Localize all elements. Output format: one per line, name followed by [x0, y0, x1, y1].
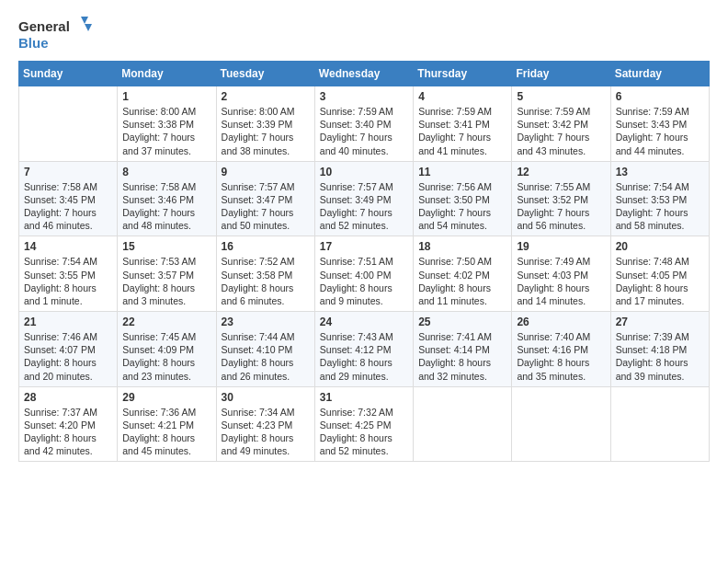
day-info: Sunrise: 7:40 AMSunset: 4:16 PMDaylight:…	[517, 330, 605, 383]
day-number: 20	[616, 240, 704, 253]
calendar-cell: 24Sunrise: 7:43 AMSunset: 4:12 PMDayligh…	[314, 312, 413, 387]
header: General Blue	[18, 15, 710, 53]
calendar-cell: 17Sunrise: 7:51 AMSunset: 4:00 PMDayligh…	[314, 236, 413, 312]
calendar-cell: 29Sunrise: 7:36 AMSunset: 4:21 PMDayligh…	[118, 386, 216, 462]
calendar-cell: 26Sunrise: 7:40 AMSunset: 4:16 PMDayligh…	[512, 312, 610, 387]
day-info: Sunrise: 7:44 AMSunset: 4:10 PMDaylight:…	[222, 330, 310, 383]
calendar-cell: 15Sunrise: 7:53 AMSunset: 3:57 PMDayligh…	[118, 236, 216, 312]
calendar-cell: 6Sunrise: 7:59 AMSunset: 3:43 PMDaylight…	[610, 86, 709, 162]
calendar-cell: 4Sunrise: 7:59 AMSunset: 3:41 PMDaylight…	[414, 86, 512, 162]
weekday-header-sunday: Sunday	[19, 62, 118, 86]
week-row-3: 14Sunrise: 7:54 AMSunset: 3:55 PMDayligh…	[19, 236, 710, 312]
calendar-cell: 14Sunrise: 7:54 AMSunset: 3:55 PMDayligh…	[19, 236, 118, 312]
weekday-header-saturday: Saturday	[610, 62, 709, 86]
calendar-cell: 31Sunrise: 7:32 AMSunset: 4:25 PMDayligh…	[314, 386, 413, 462]
day-info: Sunrise: 7:56 AMSunset: 3:50 PMDaylight:…	[418, 180, 506, 233]
day-info: Sunrise: 7:32 AMSunset: 4:25 PMDaylight:…	[320, 406, 408, 458]
day-info: Sunrise: 7:57 AMSunset: 3:49 PMDaylight:…	[320, 180, 408, 233]
calendar-cell: 20Sunrise: 7:48 AMSunset: 4:05 PMDayligh…	[610, 236, 709, 312]
calendar-cell: 11Sunrise: 7:56 AMSunset: 3:50 PMDayligh…	[414, 161, 512, 236]
day-info: Sunrise: 7:55 AMSunset: 3:52 PMDaylight:…	[517, 180, 605, 233]
day-info: Sunrise: 7:59 AMSunset: 3:40 PMDaylight:…	[320, 105, 408, 157]
calendar-cell: 23Sunrise: 7:44 AMSunset: 4:10 PMDayligh…	[216, 312, 314, 387]
day-info: Sunrise: 7:59 AMSunset: 3:42 PMDaylight:…	[517, 105, 605, 157]
day-number: 12	[517, 166, 605, 178]
day-number: 17	[320, 240, 408, 253]
calendar-cell: 10Sunrise: 7:57 AMSunset: 3:49 PMDayligh…	[314, 161, 413, 236]
day-info: Sunrise: 7:49 AMSunset: 4:03 PMDaylight:…	[517, 255, 605, 307]
weekday-header-tuesday: Tuesday	[216, 62, 314, 86]
day-info: Sunrise: 7:59 AMSunset: 3:43 PMDaylight:…	[616, 105, 704, 157]
calendar-cell: 7Sunrise: 7:58 AMSunset: 3:45 PMDaylight…	[19, 161, 118, 236]
day-info: Sunrise: 7:57 AMSunset: 3:47 PMDaylight:…	[222, 180, 310, 233]
svg-marker-3	[85, 24, 92, 31]
calendar-cell: 16Sunrise: 7:52 AMSunset: 3:58 PMDayligh…	[216, 236, 314, 312]
day-info: Sunrise: 7:37 AMSunset: 4:20 PMDaylight:…	[24, 406, 112, 458]
day-number: 10	[320, 166, 408, 178]
day-number: 23	[222, 316, 310, 328]
day-number: 1	[122, 90, 210, 103]
day-number: 25	[418, 316, 506, 328]
calendar-table: SundayMondayTuesdayWednesdayThursdayFrid…	[18, 61, 710, 462]
day-number: 3	[320, 90, 408, 103]
day-info: Sunrise: 7:34 AMSunset: 4:23 PMDaylight:…	[222, 406, 310, 458]
day-number: 19	[517, 240, 605, 253]
weekday-header-row: SundayMondayTuesdayWednesdayThursdayFrid…	[19, 62, 710, 86]
calendar-cell: 21Sunrise: 7:46 AMSunset: 4:07 PMDayligh…	[19, 312, 118, 387]
day-info: Sunrise: 7:52 AMSunset: 3:58 PMDaylight:…	[222, 255, 310, 307]
day-number: 27	[616, 316, 704, 328]
day-info: Sunrise: 8:00 AMSunset: 3:39 PMDaylight:…	[222, 105, 310, 157]
calendar-cell: 18Sunrise: 7:50 AMSunset: 4:02 PMDayligh…	[414, 236, 512, 312]
logo-svg: General Blue	[18, 15, 92, 53]
day-number: 24	[320, 316, 408, 328]
day-number: 18	[418, 240, 506, 253]
day-number: 28	[24, 391, 112, 404]
day-number: 6	[616, 90, 704, 103]
day-number: 15	[122, 240, 210, 253]
day-info: Sunrise: 7:48 AMSunset: 4:05 PMDaylight:…	[616, 255, 704, 307]
weekday-header-thursday: Thursday	[414, 62, 512, 86]
weekday-header-friday: Friday	[512, 62, 610, 86]
day-info: Sunrise: 7:41 AMSunset: 4:14 PMDaylight:…	[418, 330, 506, 383]
day-info: Sunrise: 7:46 AMSunset: 4:07 PMDaylight:…	[24, 330, 112, 383]
calendar-cell	[414, 386, 512, 462]
day-number: 8	[122, 166, 210, 178]
day-number: 14	[24, 240, 112, 253]
calendar-cell: 25Sunrise: 7:41 AMSunset: 4:14 PMDayligh…	[414, 312, 512, 387]
day-number: 22	[122, 316, 210, 328]
day-number: 9	[222, 166, 310, 178]
calendar-cell	[512, 386, 610, 462]
calendar-cell: 8Sunrise: 7:58 AMSunset: 3:46 PMDaylight…	[118, 161, 216, 236]
weekday-header-wednesday: Wednesday	[314, 62, 413, 86]
day-info: Sunrise: 7:50 AMSunset: 4:02 PMDaylight:…	[418, 255, 506, 307]
calendar-cell: 30Sunrise: 7:34 AMSunset: 4:23 PMDayligh…	[216, 386, 314, 462]
calendar-cell	[610, 386, 709, 462]
svg-text:Blue: Blue	[18, 35, 49, 51]
day-number: 5	[517, 90, 605, 103]
calendar-cell: 1Sunrise: 8:00 AMSunset: 3:38 PMDaylight…	[118, 86, 216, 162]
day-info: Sunrise: 7:39 AMSunset: 4:18 PMDaylight:…	[616, 330, 704, 383]
day-info: Sunrise: 7:54 AMSunset: 3:55 PMDaylight:…	[24, 255, 112, 307]
week-row-1: 1Sunrise: 8:00 AMSunset: 3:38 PMDaylight…	[19, 86, 710, 162]
day-number: 7	[24, 166, 112, 178]
week-row-5: 28Sunrise: 7:37 AMSunset: 4:20 PMDayligh…	[19, 386, 710, 462]
svg-text:General: General	[18, 18, 70, 34]
day-number: 4	[418, 90, 506, 103]
calendar-cell: 22Sunrise: 7:45 AMSunset: 4:09 PMDayligh…	[118, 312, 216, 387]
day-number: 30	[222, 391, 310, 404]
day-info: Sunrise: 7:59 AMSunset: 3:41 PMDaylight:…	[418, 105, 506, 157]
weekday-header-monday: Monday	[118, 62, 216, 86]
day-info: Sunrise: 7:45 AMSunset: 4:09 PMDaylight:…	[122, 330, 210, 383]
day-number: 21	[24, 316, 112, 328]
day-info: Sunrise: 7:36 AMSunset: 4:21 PMDaylight:…	[122, 406, 210, 458]
calendar-cell: 27Sunrise: 7:39 AMSunset: 4:18 PMDayligh…	[610, 312, 709, 387]
week-row-4: 21Sunrise: 7:46 AMSunset: 4:07 PMDayligh…	[19, 312, 710, 387]
day-number: 13	[616, 166, 704, 178]
week-row-2: 7Sunrise: 7:58 AMSunset: 3:45 PMDaylight…	[19, 161, 710, 236]
calendar-cell: 12Sunrise: 7:55 AMSunset: 3:52 PMDayligh…	[512, 161, 610, 236]
day-number: 29	[122, 391, 210, 404]
svg-marker-2	[81, 17, 88, 24]
day-number: 11	[418, 166, 506, 178]
day-info: Sunrise: 7:51 AMSunset: 4:00 PMDaylight:…	[320, 255, 408, 307]
calendar-cell: 13Sunrise: 7:54 AMSunset: 3:53 PMDayligh…	[610, 161, 709, 236]
